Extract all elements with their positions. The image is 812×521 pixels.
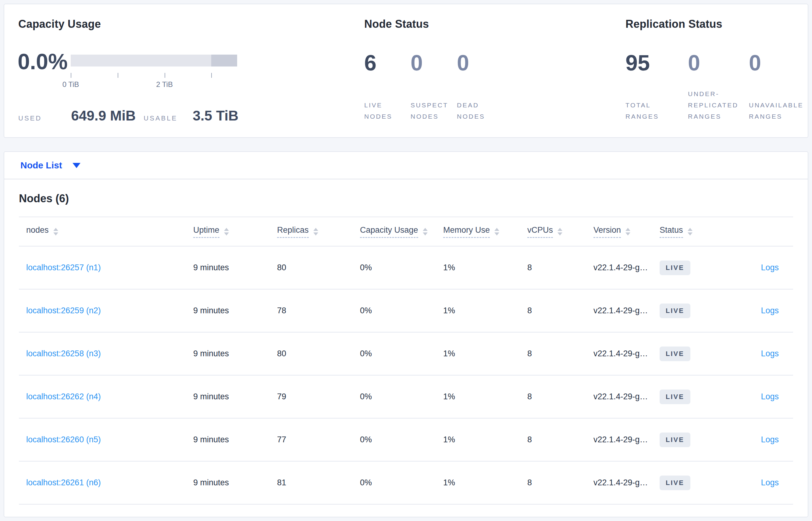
axis-tick (118, 73, 118, 78)
unavailable-ranges-count: 0 (749, 52, 812, 74)
node-host-link[interactable]: localhost:26259 (n2) (26, 306, 101, 315)
table-row: localhost:26260 (n5) 9 minutes 77 0% 1% … (19, 418, 793, 461)
memory-use-cell: 1% (439, 349, 524, 358)
table-row: localhost:26257 (n1) 9 minutes 80 0% 1% … (19, 247, 793, 290)
version-cell: v22.1.4-29-g… (590, 478, 656, 488)
axis-tick-label: 2 TiB (156, 80, 173, 89)
vcpus-cell: 8 (524, 435, 590, 445)
uptime-cell: 9 minutes (190, 392, 273, 402)
column-header-nodes[interactable]: nodes (19, 225, 190, 238)
vcpus-cell: 8 (524, 306, 590, 315)
under-replicated-ranges-count: 0 (688, 52, 754, 74)
uptime-cell: 9 minutes (190, 478, 273, 488)
node-host-link[interactable]: localhost:26262 (n4) (26, 392, 101, 401)
column-header-replicas[interactable]: Replicas (273, 225, 356, 238)
used-label: USED (18, 114, 42, 122)
node-host-link[interactable]: localhost:26260 (n5) (26, 435, 101, 444)
total-ranges-label: TOTAL RANGES (625, 85, 677, 122)
usable-label: USABLE (144, 114, 177, 122)
capacity-usage-cell: 0% (356, 306, 439, 315)
axis-tick (211, 73, 212, 78)
logs-link[interactable]: Logs (761, 435, 779, 444)
table-row: localhost:26259 (n2) 9 minutes 78 0% 1% … (19, 290, 793, 333)
table-title: Nodes (6) (19, 192, 793, 205)
cluster-summary-panel: Capacity Usage 0.0% 0 TiB 2 TiB USED 649… (4, 4, 808, 138)
status-badge: LIVE (660, 389, 690, 404)
memory-use-cell: 1% (439, 392, 524, 402)
column-header-uptime[interactable]: Uptime (190, 225, 273, 238)
sort-icon (688, 228, 693, 235)
table-row: localhost:26261 (n6) 9 minutes 81 0% 1% … (19, 461, 793, 504)
column-header-version[interactable]: Version (590, 225, 656, 238)
capacity-bar-chart: 0 TiB 2 TiB (71, 54, 237, 91)
capacity-usage-cell: 0% (356, 392, 439, 402)
table-row: localhost:26258 (n3) 9 minutes 80 0% 1% … (19, 333, 793, 376)
column-header-capacity-usage[interactable]: Capacity Usage (356, 225, 439, 238)
uptime-cell: 9 minutes (190, 306, 273, 315)
version-cell: v22.1.4-29-g… (590, 306, 656, 315)
uptime-cell: 9 minutes (190, 349, 273, 358)
column-header-vcpus[interactable]: vCPUs (524, 225, 590, 238)
view-selector-label[interactable]: Node List (20, 160, 62, 171)
sort-icon (313, 228, 318, 235)
sort-icon (557, 228, 563, 235)
column-header-status[interactable]: Status (656, 225, 719, 238)
status-badge: LIVE (660, 346, 690, 361)
replicas-cell: 80 (273, 263, 356, 272)
logs-link[interactable]: Logs (761, 349, 779, 358)
status-badge: LIVE (660, 476, 690, 490)
replicas-cell: 80 (273, 349, 356, 358)
total-ranges-count: 95 (625, 52, 677, 74)
node-host-link[interactable]: localhost:26261 (n6) (26, 478, 101, 487)
dead-nodes-count: 0 (457, 52, 501, 74)
column-header-memory-use[interactable]: Memory Use (439, 225, 524, 238)
axis-tick (165, 73, 165, 78)
capacity-usage-cell: 0% (356, 263, 439, 272)
replication-status-title: Replication Status (625, 18, 722, 30)
status-badge: LIVE (660, 260, 690, 275)
capacity-usage-title: Capacity Usage (18, 18, 101, 30)
memory-use-cell: 1% (439, 306, 524, 315)
caret-down-icon (73, 163, 80, 168)
uptime-cell: 9 minutes (190, 263, 273, 272)
logs-link[interactable]: Logs (761, 306, 779, 315)
capacity-usage-cell: 0% (356, 435, 439, 445)
live-nodes-label: LIVE NODES (364, 85, 408, 122)
sort-icon (625, 228, 630, 235)
node-list-panel: Node List Nodes (6) nodes Uptime Replica… (4, 151, 808, 517)
vcpus-cell: 8 (524, 392, 590, 402)
version-cell: v22.1.4-29-g… (590, 392, 656, 402)
suspect-nodes-count: 0 (411, 52, 455, 74)
capacity-bar-highlight (211, 54, 237, 67)
vcpus-cell: 8 (524, 349, 590, 358)
status-badge: LIVE (660, 433, 690, 447)
sort-icon (53, 228, 58, 235)
version-cell: v22.1.4-29-g… (590, 349, 656, 358)
sort-icon (224, 228, 229, 235)
version-cell: v22.1.4-29-g… (590, 263, 656, 272)
memory-use-cell: 1% (439, 263, 524, 272)
under-replicated-ranges-label: UNDER-REPLICATED RANGES (688, 85, 754, 122)
version-cell: v22.1.4-29-g… (590, 435, 656, 445)
node-host-link[interactable]: localhost:26257 (n1) (26, 263, 101, 272)
table-row: localhost:26262 (n4) 9 minutes 79 0% 1% … (19, 376, 793, 418)
logs-link[interactable]: Logs (761, 478, 779, 487)
replicas-cell: 81 (273, 478, 356, 488)
replicas-cell: 77 (273, 435, 356, 445)
replicas-cell: 79 (273, 392, 356, 402)
sort-icon (423, 228, 428, 235)
dead-nodes-label: DEAD NODES (457, 85, 501, 122)
nodes-table: Nodes (6) nodes Uptime Replicas Capacity… (4, 192, 808, 504)
usable-value: 3.5 TiB (193, 107, 238, 124)
vcpus-cell: 8 (524, 263, 590, 272)
logs-link[interactable]: Logs (761, 263, 779, 272)
memory-use-cell: 1% (439, 478, 524, 488)
vcpus-cell: 8 (524, 478, 590, 488)
node-status-title: Node Status (364, 18, 429, 30)
sort-icon (494, 228, 499, 235)
axis-tick-label: 0 TiB (63, 80, 79, 89)
node-host-link[interactable]: localhost:26258 (n3) (26, 349, 101, 358)
logs-link[interactable]: Logs (761, 392, 779, 401)
suspect-nodes-label: SUSPECT NODES (411, 85, 455, 122)
view-selector[interactable]: Node List (4, 152, 808, 179)
